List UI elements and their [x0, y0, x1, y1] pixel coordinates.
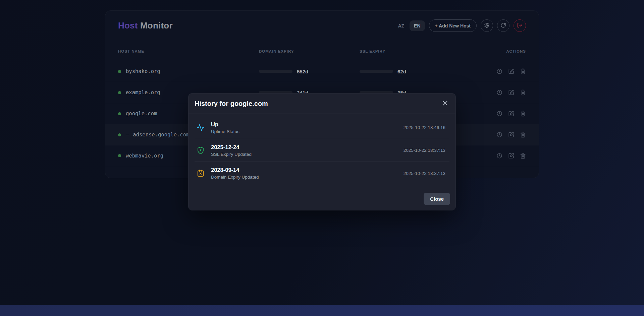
history-item-timestamp: 2025-10-22 18:37:13: [404, 171, 445, 176]
history-item-title: 2025-12-24: [211, 144, 252, 150]
history-list: Up Uptime Status 2025-10-22 18:46:16 202…: [189, 114, 455, 187]
shield-icon: [197, 146, 205, 154]
history-item-title: Up: [211, 121, 239, 128]
history-item-subtitle: Domain Expiry Updated: [211, 175, 259, 180]
activity-icon: [197, 124, 205, 132]
close-button[interactable]: Close: [424, 193, 450, 205]
history-item-uptime: Up Uptime Status 2025-10-22 18:46:16: [195, 116, 449, 139]
modal-footer: Close: [189, 187, 455, 210]
history-item-timestamp: 2025-10-22 18:46:16: [404, 125, 445, 130]
history-modal: History for google.com Up Uptime Status …: [188, 93, 456, 210]
history-item-domain: 2028-09-14 Domain Expiry Updated 2025-10…: [195, 162, 449, 185]
history-item-ssl: 2025-12-24 SSL Expiry Updated 2025-10-22…: [195, 139, 449, 162]
history-item-subtitle: SSL Expiry Updated: [211, 152, 252, 157]
history-item-timestamp: 2025-10-22 18:37:13: [404, 148, 445, 153]
history-item-subtitle: Uptime Status: [211, 129, 239, 134]
modal-header: History for google.com: [189, 93, 455, 114]
modal-close-button[interactable]: [441, 99, 449, 108]
close-icon: [441, 103, 449, 108]
modal-title: History for google.com: [195, 100, 268, 108]
calendar-x-icon: [197, 169, 205, 177]
history-item-title: 2028-09-14: [211, 167, 259, 173]
